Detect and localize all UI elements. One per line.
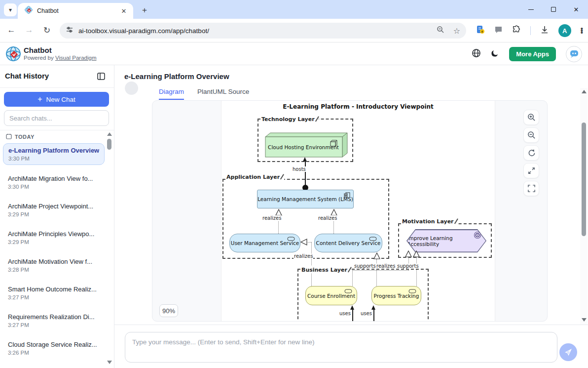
collapse-sidebar-icon[interactable] <box>97 73 105 82</box>
edge-label-realizes: realizes <box>262 215 282 221</box>
back-button[interactable]: ← <box>6 25 17 35</box>
realization-arrowhead <box>373 252 380 259</box>
realization-arrowhead <box>275 209 282 216</box>
browser-profile-avatar[interactable]: A <box>558 24 571 37</box>
search-chats-input[interactable] <box>4 110 109 126</box>
fullscreen-button[interactable] <box>523 181 539 196</box>
group-label-business: Business Layer <box>300 266 351 273</box>
service-icon <box>287 236 295 242</box>
edge-label-uses: uses <box>360 311 372 316</box>
realizes-line <box>307 242 311 243</box>
message-input[interactable] <box>125 332 557 363</box>
edge-label-hosts: hosts <box>292 166 306 172</box>
divider <box>0 87 114 88</box>
vp-favicon-icon <box>25 6 33 16</box>
chat-item[interactable]: Requirements Realization Di... 3:27 PM <box>3 310 105 331</box>
calendar-icon <box>6 133 12 140</box>
more-apps-button[interactable]: More Apps <box>509 47 556 61</box>
node-user-management-service[interactable]: User Management Service <box>229 234 300 252</box>
downloads-icon[interactable] <box>540 25 549 36</box>
chat-scroll-down-arrow[interactable] <box>582 318 587 322</box>
assistant-avatar <box>125 82 138 95</box>
chat-item[interactable]: ArchiMate Migration View fo... 3:30 PM <box>3 172 105 193</box>
window-maximize-button[interactable] <box>550 5 557 13</box>
expand-button[interactable] <box>523 163 539 178</box>
chat-scroll-up-arrow[interactable] <box>582 90 587 93</box>
chat-item[interactable]: ArchiMate Project Viewpoint... 3:29 PM <box>3 200 105 220</box>
chat-item[interactable]: ArchiMate Motivation View f... 3:28 PM <box>3 255 105 276</box>
dark-mode-moon-icon[interactable] <box>491 49 499 59</box>
browser-tab[interactable]: Chatbot ✕ <box>18 3 133 19</box>
message-composer <box>114 325 588 368</box>
chat-item[interactable]: Cloud Storage Service Realiz... 3:26 PM <box>3 338 105 359</box>
uses-line <box>352 309 353 321</box>
tab-diagram[interactable]: Diagram <box>159 88 184 100</box>
diagram-panel: E-Learning Platform - Introductory Viewp… <box>152 100 548 322</box>
uses-line <box>373 309 374 321</box>
diagram-canvas[interactable]: E-Learning Platform - Introductory Viewp… <box>221 101 495 321</box>
toolbar-divider <box>530 26 531 35</box>
node-progress-tracking[interactable]: Progress Tracking <box>371 286 421 305</box>
new-tab-button[interactable]: + <box>139 5 150 16</box>
edge-label-uses: uses <box>339 311 351 316</box>
chat-scrollbar-thumb[interactable] <box>582 123 586 236</box>
divider <box>0 130 114 130</box>
service-icon <box>344 288 352 294</box>
browser-toolbar: ← → ↻ ai-toolbox.visual-paradigm.com/app… <box>0 19 588 42</box>
realization-arrowhead <box>405 250 412 257</box>
browser-menu-icon[interactable]: ••• <box>581 28 583 34</box>
visual-paradigm-link[interactable]: Visual Paradigm <box>55 55 97 61</box>
node-lms[interactable]: Learning Management System (LMS) <box>257 190 354 208</box>
sidebar-scroll-down-arrow[interactable] <box>107 361 112 364</box>
tab-plantuml-source[interactable]: PlantUML Source <box>197 88 249 100</box>
zoom-level-badge: 90% <box>159 304 178 317</box>
edge-label-realizes: realizes <box>294 253 313 259</box>
sidebar-scrollbar-thumb[interactable] <box>107 139 111 150</box>
url-text[interactable]: ai-toolbox.visual-paradigm.com/app/chatb… <box>78 27 437 35</box>
zoom-page-icon[interactable] <box>437 26 444 36</box>
comment-extension-icon[interactable] <box>494 26 503 36</box>
reload-button[interactable]: ↻ <box>41 25 52 36</box>
sidebar-scroll-up-arrow[interactable] <box>107 132 112 136</box>
today-section-header: TODAY <box>6 133 35 140</box>
chat-widget-icon[interactable] <box>566 46 582 62</box>
node-content-delivery-service[interactable]: Content Delivery Service <box>314 234 382 252</box>
extensions-puzzle-icon[interactable] <box>512 25 521 36</box>
chat-item[interactable]: ArchiMate Principles Viewpo... 3:29 PM <box>3 227 105 248</box>
site-settings-icon[interactable] <box>66 26 74 36</box>
service-icon <box>408 288 416 294</box>
node-course-enrollment[interactable]: Course Enrollment <box>305 286 357 305</box>
service-icon <box>369 236 377 242</box>
zoom-in-button[interactable] <box>523 110 539 125</box>
tab-search-chevron-icon[interactable]: ▾ <box>4 3 17 16</box>
window-minimize-button[interactable] <box>527 5 535 13</box>
group-label-technology: Technology Layer <box>260 115 319 123</box>
window-close-button[interactable]: ✕ <box>572 5 580 13</box>
tab-title: Chatbot <box>37 7 119 14</box>
powered-by: Powered by Visual Paradigm <box>24 55 96 61</box>
chat-item[interactable]: e-Learning Platform Overview 3:30 PM <box>3 143 105 165</box>
edge-label-realizes: realizes <box>318 215 337 221</box>
browser-titlebar: ▾ Chatbot ✕ + ✕ <box>0 0 588 19</box>
forward-button[interactable]: → <box>24 25 35 35</box>
send-button[interactable] <box>559 343 577 361</box>
zoom-out-button[interactable] <box>523 127 539 143</box>
bookmark-star-icon[interactable]: ☆ <box>453 26 460 36</box>
visual-paradigm-logo <box>6 46 21 63</box>
docs-extension-icon[interactable] <box>476 25 485 36</box>
group-label-application: Application Layer <box>225 173 284 180</box>
edge-label-supports: supports <box>397 263 419 269</box>
chat-item[interactable]: Smart Home Outcome Realiz... 3:27 PM <box>3 283 105 303</box>
edge-label-realizes: realizes <box>376 263 396 269</box>
component-icon <box>344 192 350 199</box>
sidebar-title: Chat History <box>5 72 49 80</box>
chat-main-area: e-Learning Platform Overview Diagram Pla… <box>114 65 588 368</box>
language-globe-icon[interactable] <box>472 48 481 60</box>
new-chat-button[interactable]: + New Chat <box>4 92 109 107</box>
realization-arrowhead <box>413 250 420 257</box>
chat-history-sidebar: Chat History + New Chat TODAY e-Learning… <box>0 65 114 368</box>
tab-close-icon[interactable]: ✕ <box>119 6 128 15</box>
reset-view-button[interactable] <box>523 145 539 161</box>
url-bar[interactable]: ai-toolbox.visual-paradigm.com/app/chatb… <box>60 23 466 39</box>
group-label-motivation: Motivation Layer <box>401 217 458 225</box>
